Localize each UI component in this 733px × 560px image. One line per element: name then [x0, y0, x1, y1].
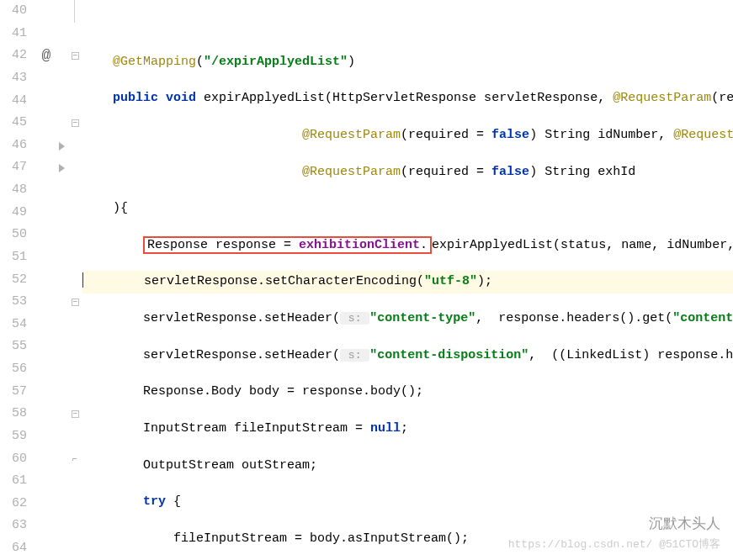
caret-icon: [82, 272, 83, 288]
code-area[interactable]: @GetMapping("/expirApplyedList") public …: [82, 0, 733, 560]
fold-toggle-icon[interactable]: −: [72, 119, 79, 127]
param-hint: s:: [340, 349, 369, 362]
watermark-url: https://blog.csdn.net/ @51CTO博客: [508, 536, 720, 552]
marker-icon: [59, 164, 65, 172]
fold-toggle-icon[interactable]: −: [72, 298, 79, 306]
line-number: 40: [0, 0, 27, 23]
fold-end-icon: ⌐: [72, 457, 79, 464]
line-number-gutter: 4041424344454647484950515253545556575859…: [0, 0, 34, 560]
watermark-author: 沉默木头人: [649, 514, 720, 533]
param-hint: s:: [340, 312, 369, 325]
highlighted-box: Response response = exhibitionClient.: [143, 236, 432, 254]
fold-toggle-icon[interactable]: −: [72, 410, 79, 418]
fold-column[interactable]: −−−−⌐: [67, 0, 82, 560]
override-marker[interactable]: @: [34, 45, 59, 67]
fold-toggle-icon[interactable]: −: [72, 52, 79, 60]
breakpoint-column[interactable]: [59, 0, 67, 560]
marker-icon: [59, 142, 65, 151]
code-editor[interactable]: 4041424344454647484950515253545556575859…: [0, 0, 733, 560]
current-line: servletResponse.setCharacterEncoding("ut…: [82, 271, 733, 293]
gutter-icons: @: [34, 0, 59, 560]
